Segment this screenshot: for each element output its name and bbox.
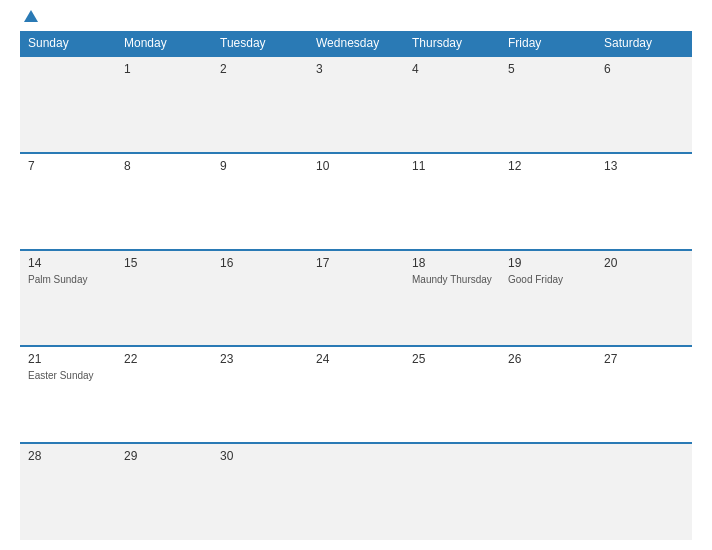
calendar-day-cell: 2 xyxy=(212,56,308,153)
calendar-day-cell: 21Easter Sunday xyxy=(20,346,116,443)
day-number: 23 xyxy=(220,352,300,366)
day-number: 16 xyxy=(220,256,300,270)
calendar-day-cell: 8 xyxy=(116,153,212,250)
day-number: 11 xyxy=(412,159,492,173)
logo xyxy=(20,10,38,23)
calendar-header-row: SundayMondayTuesdayWednesdayThursdayFrid… xyxy=(20,31,692,56)
holiday-label: Good Friday xyxy=(508,273,588,286)
calendar-day-cell: 14Palm Sunday xyxy=(20,250,116,347)
calendar-day-cell xyxy=(308,443,404,540)
weekday-header: Saturday xyxy=(596,31,692,56)
calendar-day-cell: 9 xyxy=(212,153,308,250)
calendar-day-cell: 30 xyxy=(212,443,308,540)
calendar-day-cell: 15 xyxy=(116,250,212,347)
calendar-header xyxy=(20,10,692,23)
calendar-day-cell: 24 xyxy=(308,346,404,443)
day-number: 9 xyxy=(220,159,300,173)
day-number: 8 xyxy=(124,159,204,173)
holiday-label: Easter Sunday xyxy=(28,369,108,382)
day-number: 6 xyxy=(604,62,684,76)
day-number: 24 xyxy=(316,352,396,366)
day-number: 4 xyxy=(412,62,492,76)
calendar-day-cell: 1 xyxy=(116,56,212,153)
day-number: 21 xyxy=(28,352,108,366)
day-number: 2 xyxy=(220,62,300,76)
day-number: 10 xyxy=(316,159,396,173)
weekday-header: Sunday xyxy=(20,31,116,56)
calendar-day-cell: 27 xyxy=(596,346,692,443)
day-number: 3 xyxy=(316,62,396,76)
calendar-day-cell: 12 xyxy=(500,153,596,250)
day-number: 30 xyxy=(220,449,300,463)
calendar-day-cell: 13 xyxy=(596,153,692,250)
day-number: 28 xyxy=(28,449,108,463)
day-number: 15 xyxy=(124,256,204,270)
calendar-week-row: 282930 xyxy=(20,443,692,540)
calendar-day-cell: 19Good Friday xyxy=(500,250,596,347)
day-number: 13 xyxy=(604,159,684,173)
calendar-day-cell: 20 xyxy=(596,250,692,347)
day-number: 29 xyxy=(124,449,204,463)
weekday-header: Friday xyxy=(500,31,596,56)
weekday-header: Thursday xyxy=(404,31,500,56)
calendar-week-row: 123456 xyxy=(20,56,692,153)
calendar-day-cell: 18Maundy Thursday xyxy=(404,250,500,347)
day-number: 27 xyxy=(604,352,684,366)
calendar-day-cell xyxy=(20,56,116,153)
day-number: 17 xyxy=(316,256,396,270)
calendar-day-cell xyxy=(596,443,692,540)
calendar-day-cell xyxy=(404,443,500,540)
day-number: 20 xyxy=(604,256,684,270)
day-number: 25 xyxy=(412,352,492,366)
calendar-day-cell: 28 xyxy=(20,443,116,540)
holiday-label: Maundy Thursday xyxy=(412,273,492,286)
calendar-day-cell: 26 xyxy=(500,346,596,443)
weekday-header: Wednesday xyxy=(308,31,404,56)
weekday-header: Monday xyxy=(116,31,212,56)
day-number: 19 xyxy=(508,256,588,270)
day-number: 12 xyxy=(508,159,588,173)
holiday-label: Palm Sunday xyxy=(28,273,108,286)
calendar-day-cell: 22 xyxy=(116,346,212,443)
day-number: 18 xyxy=(412,256,492,270)
weekday-header: Tuesday xyxy=(212,31,308,56)
calendar-body: 1234567891011121314Palm Sunday15161718Ma… xyxy=(20,56,692,540)
calendar-day-cell: 4 xyxy=(404,56,500,153)
day-number: 5 xyxy=(508,62,588,76)
calendar-week-row: 21Easter Sunday222324252627 xyxy=(20,346,692,443)
calendar-day-cell: 16 xyxy=(212,250,308,347)
day-number: 1 xyxy=(124,62,204,76)
day-number: 14 xyxy=(28,256,108,270)
calendar-day-cell: 11 xyxy=(404,153,500,250)
calendar-week-row: 14Palm Sunday15161718Maundy Thursday19Go… xyxy=(20,250,692,347)
day-number: 7 xyxy=(28,159,108,173)
day-number: 26 xyxy=(508,352,588,366)
calendar-day-cell: 10 xyxy=(308,153,404,250)
calendar-day-cell: 25 xyxy=(404,346,500,443)
calendar-day-cell: 17 xyxy=(308,250,404,347)
calendar-day-cell: 23 xyxy=(212,346,308,443)
calendar-day-cell: 29 xyxy=(116,443,212,540)
calendar-day-cell: 6 xyxy=(596,56,692,153)
calendar-day-cell: 5 xyxy=(500,56,596,153)
calendar-day-cell: 3 xyxy=(308,56,404,153)
calendar-week-row: 78910111213 xyxy=(20,153,692,250)
logo-triangle-icon xyxy=(24,10,38,22)
day-number: 22 xyxy=(124,352,204,366)
calendar-day-cell xyxy=(500,443,596,540)
calendar-table: SundayMondayTuesdayWednesdayThursdayFrid… xyxy=(20,31,692,540)
calendar-day-cell: 7 xyxy=(20,153,116,250)
